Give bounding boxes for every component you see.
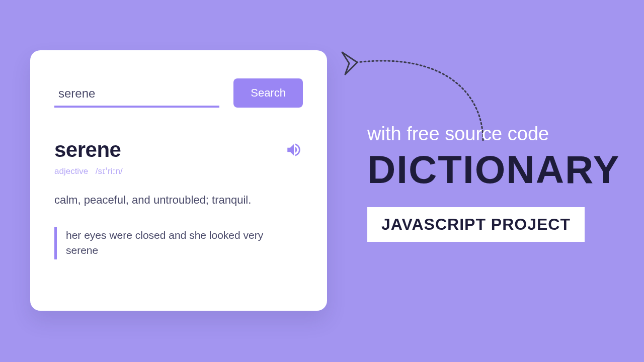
result-section: serene adjective /sɪˈriːn/ calm, peacefu… xyxy=(54,138,303,259)
promo-badge: JAVASCRIPT PROJECT xyxy=(367,207,585,242)
example-quote: her eyes were closed and she looked very… xyxy=(54,227,266,259)
word-meta: adjective /sɪˈriːn/ xyxy=(54,166,303,176)
search-button[interactable]: Search xyxy=(233,78,303,108)
promo-block: with free source code DICTIONARY JAVASCR… xyxy=(367,123,634,242)
result-word: serene xyxy=(54,138,121,162)
search-row: Search xyxy=(54,78,303,108)
pronunciation: /sɪˈriːn/ xyxy=(96,166,123,176)
definition-text: calm, peaceful, and untroubled; tranquil… xyxy=(54,194,303,207)
speaker-icon[interactable] xyxy=(285,141,303,159)
search-input[interactable] xyxy=(54,83,219,108)
promo-title: DICTIONARY xyxy=(367,150,634,189)
promo-subtitle: with free source code xyxy=(367,123,634,145)
part-of-speech: adjective xyxy=(54,166,88,176)
dictionary-card: Search serene adjective /sɪˈriːn/ calm, … xyxy=(30,50,327,311)
word-row: serene xyxy=(54,138,303,162)
